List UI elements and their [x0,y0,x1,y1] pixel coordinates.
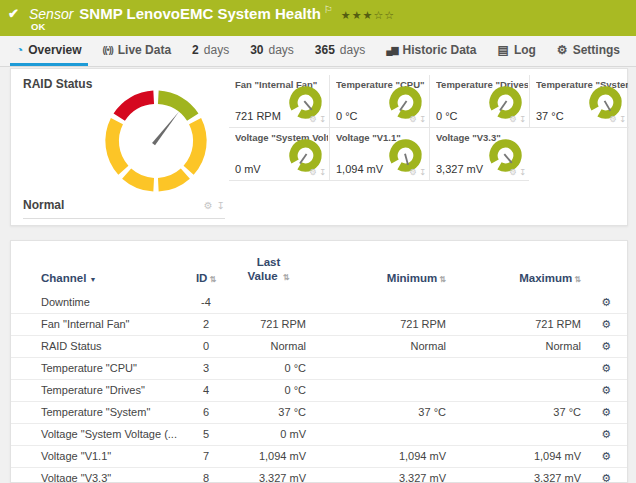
channel-id: 2 [181,313,231,335]
pin-icon[interactable]: ↧ [519,114,526,124]
channel-id: 7 [181,445,231,467]
channel-last-value: 0 mV [231,423,306,445]
raid-status-value: Normal [23,198,64,212]
sensor-header: ✔ SensorSNMP LenovoEMC System Health⚐★★★… [0,0,636,36]
mini-gauge-value: 37 °C [536,110,564,122]
historic-data-icon: ▄▆ [386,45,397,55]
channel-edit-icon[interactable]: ⚙ [601,384,611,396]
gauges-card: RAID Status Normal ⚙ ↧ [10,68,628,226]
channel-id: 0 [181,335,231,357]
channel-edit-icon[interactable]: ⚙ [601,296,611,308]
channel-name: Downtime [11,292,181,314]
channel-name: RAID Status [11,335,181,357]
table-row-voltage-v33: Voltage "V3.3" 8 3,327 mV 3,327 mV 3,327… [11,467,628,483]
mini-gauge-value: 3,327 mV [436,163,483,175]
channel-minimum: 37 °C [306,401,446,423]
pin-icon[interactable]: ↧ [419,167,426,177]
gear-icon[interactable]: ⚙ [609,114,617,124]
channels-table: Channel▼ ID⇅ Last Value ⇅ Minimum⇅ Maxim… [11,241,628,483]
channel-minimum [306,423,446,445]
table-row-fan: Fan "Internal Fan" 2 721 RPM 721 RPM 721… [11,313,628,335]
table-row-raid-status: RAID Status 0 Normal Normal Normal ⚙ [11,335,628,357]
gear-icon[interactable]: ⚙ [509,114,517,124]
tab-2-days[interactable]: 2 days [186,36,235,66]
gear-icon[interactable]: ⚙ [409,114,417,124]
pin-icon[interactable]: ↧ [419,114,426,124]
mini-gauge-needle [504,154,511,163]
flag-icon[interactable]: ⚐ [324,4,333,15]
mini-gauge-needle [304,101,311,110]
column-header-id[interactable]: ID⇅ [181,241,231,292]
channel-edit-icon[interactable]: ⚙ [601,450,611,462]
tab-log-label: Log [514,43,536,57]
mini-gauge-panel-temp-drives: Temperature "Drives" 0 °C ⚙ ↧ [429,75,529,128]
channel-last-value: 0 °C [231,379,306,401]
mini-gauge-panel-temp-system: Temperature "System" 37 °C ⚙ ↧ [529,75,629,128]
channel-name: Voltage "V1.1" [11,445,181,467]
tab-bar: ◔ Overview ((•)) Live Data 2 days 30 day… [0,36,636,67]
tab-365-days[interactable]: 365 days [309,36,371,66]
mini-gauge-needle [405,154,408,165]
channel-minimum: Normal [306,335,446,357]
raid-gauge-needle [152,110,181,145]
channel-last-value: 1,094 mV [231,445,306,467]
channel-last-value: 3,327 mV [231,467,306,483]
gear-icon[interactable]: ⚙ [309,114,317,124]
table-row-downtime: Downtime -4 ⚙ [11,292,628,314]
raid-status-title: RAID Status [23,77,92,91]
tab-30-days[interactable]: 30 days [244,36,300,66]
channel-edit-icon[interactable]: ⚙ [601,472,611,483]
column-header-maximum[interactable]: Maximum⇅ [446,241,581,292]
channel-edit-icon[interactable]: ⚙ [601,340,611,352]
channel-edit-icon[interactable]: ⚙ [601,406,611,418]
mini-gauge-grid: Fan "Internal Fan" 721 RPM ⚙ ↧ Temperatu… [229,75,629,181]
channel-name: Fan "Internal Fan" [11,313,181,335]
tab-log[interactable]: ▤ Log [492,36,542,66]
mini-gauge-needle [500,101,507,110]
tab-overview[interactable]: ◔ Overview [10,36,88,66]
pin-icon[interactable]: ↧ [319,114,326,124]
column-header-minimum[interactable]: Minimum⇅ [306,241,446,292]
tab-live-data[interactable]: ((•)) Live Data [97,36,178,66]
pin-icon[interactable]: ↧ [619,114,626,124]
panel-pin-icon[interactable]: ↧ [217,200,225,211]
channel-name: Voltage "System Voltage (... [11,423,181,445]
channel-name: Temperature "System" [11,401,181,423]
sensor-kind-label: Sensor [29,6,73,22]
table-row-temp-drives: Temperature "Drives" 4 0 °C ⚙ [11,379,628,401]
mini-gauge-value: 721 RPM [235,110,281,122]
sort-icon: ⇅ [283,273,290,282]
tab-historic-data-label: Historic Data [403,43,477,57]
channel-maximum [446,379,581,401]
channel-name: Temperature "Drives" [11,379,181,401]
channel-edit-icon[interactable]: ⚙ [601,428,611,440]
rating-stars[interactable]: ★★★☆☆ [341,9,395,21]
mini-gauge-value: 1,094 mV [336,163,383,175]
gear-icon[interactable]: ⚙ [409,167,417,177]
gear-icon[interactable]: ⚙ [509,167,517,177]
table-row-temp-system: Temperature "System" 6 37 °C 37 °C 37 °C… [11,401,628,423]
tab-settings[interactable]: ⚙ Settings [551,36,626,66]
channel-last-value: 721 RPM [231,313,306,335]
sensor-status-text: OK [31,21,45,32]
mini-gauge-needle [400,101,407,110]
channel-edit-icon[interactable]: ⚙ [601,362,611,374]
channel-name: Voltage "V3.3" [11,467,181,483]
channel-id: 6 [181,401,231,423]
channel-minimum [306,357,446,379]
mini-gauge-value: 0 mV [235,163,261,175]
gear-icon[interactable]: ⚙ [309,167,317,177]
mini-gauge-value: 0 °C [336,110,358,122]
column-header-channel[interactable]: Channel▼ [11,241,181,292]
tab-historic-data[interactable]: ▄▆ Historic Data [380,36,482,66]
pin-icon[interactable]: ↧ [319,167,326,177]
pin-icon[interactable]: ↧ [519,167,526,177]
channel-maximum: 721 RPM [446,313,581,335]
sort-icon: ⇅ [439,275,446,284]
tab-overview-label: Overview [28,43,81,57]
channel-edit-icon[interactable]: ⚙ [601,318,611,330]
channel-maximum: 37 °C [446,401,581,423]
log-icon: ▤ [498,43,509,57]
column-header-last-value[interactable]: Last Value ⇅ [231,241,306,292]
panel-gear-icon[interactable]: ⚙ [204,200,213,211]
